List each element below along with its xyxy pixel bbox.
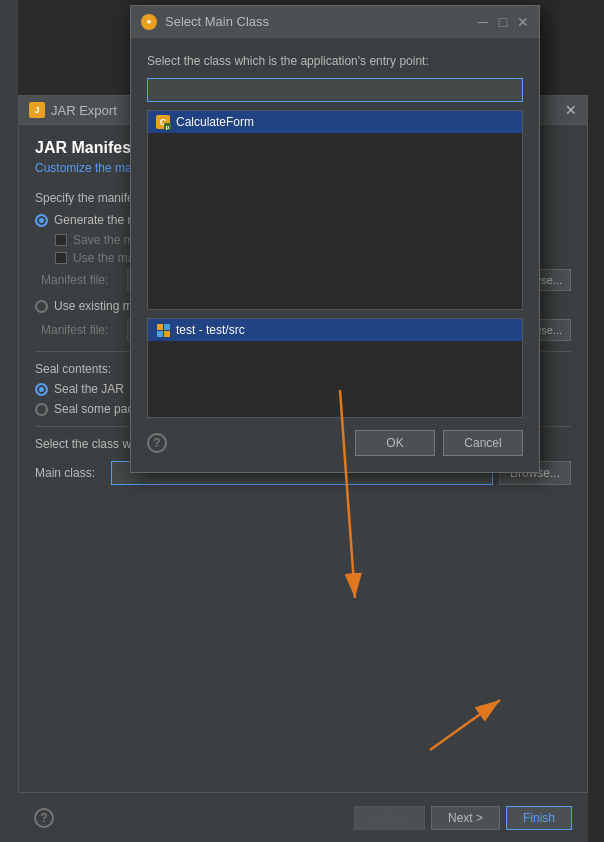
manifest-file2-label: Manifest file: xyxy=(41,323,121,337)
ide-sidebar xyxy=(0,0,18,842)
package-list-panel[interactable]: test - test/src xyxy=(147,318,523,418)
modal-maximize-button[interactable]: □ xyxy=(497,16,509,28)
modal-cancel-button[interactable]: Cancel xyxy=(443,430,523,456)
modal-close-button[interactable]: ✕ xyxy=(517,16,529,28)
main-class-label: Main class: xyxy=(35,466,105,480)
manifest-file-label: Manifest file: xyxy=(41,273,121,287)
seal-jar-radio[interactable] xyxy=(35,383,48,396)
modal-description: Select the class which is the applicatio… xyxy=(147,54,523,68)
modal-titlebar: ● Select Main Class ─ □ ✕ xyxy=(131,6,539,38)
help-button[interactable]: ? xyxy=(34,808,54,828)
class-sub-icon: p xyxy=(164,123,171,130)
use-existing-radio[interactable] xyxy=(35,300,48,313)
back-button[interactable]: < Back xyxy=(354,806,425,830)
package-item-label: test - test/src xyxy=(176,323,245,337)
save-checkbox[interactable] xyxy=(55,234,67,246)
modal-help-button[interactable]: ? xyxy=(147,433,167,453)
generate-radio[interactable] xyxy=(35,214,48,227)
modal-body: Select the class which is the applicatio… xyxy=(131,38,539,472)
seal-jar-label: Seal the JAR xyxy=(54,382,124,396)
modal-minimize-button[interactable]: ─ xyxy=(477,16,489,28)
modal-ok-button[interactable]: OK xyxy=(355,430,435,456)
class-icon: C p xyxy=(156,115,170,129)
modal-search-input[interactable] xyxy=(147,78,523,102)
seal-some-radio[interactable] xyxy=(35,403,48,416)
next-button[interactable]: Next > xyxy=(431,806,500,830)
class-item-label: CalculateForm xyxy=(176,115,254,129)
finish-button[interactable]: Finish xyxy=(506,806,572,830)
select-main-class-dialog[interactable]: ● Select Main Class ─ □ ✕ Select the cla… xyxy=(130,5,540,473)
jar-export-close-button[interactable]: ✕ xyxy=(565,102,577,118)
bottom-bar: ? < Back Next > Finish xyxy=(18,792,588,842)
jar-icon: J xyxy=(29,102,45,118)
package-list-item[interactable]: test - test/src xyxy=(148,319,522,341)
class-list-panel[interactable]: C p CalculateForm xyxy=(147,110,523,310)
use-checkbox[interactable] xyxy=(55,252,67,264)
modal-title: Select Main Class xyxy=(165,14,469,29)
package-icon xyxy=(156,323,170,337)
modal-action-row: ? OK Cancel xyxy=(147,430,523,456)
jar-export-title: JAR Export xyxy=(51,103,117,118)
modal-buttons: OK Cancel xyxy=(355,430,523,456)
bottom-navigation-buttons: < Back Next > Finish xyxy=(354,806,572,830)
modal-app-icon: ● xyxy=(141,14,157,30)
modal-window-buttons: ─ □ ✕ xyxy=(477,16,529,28)
class-list-item[interactable]: C p CalculateForm xyxy=(148,111,522,133)
